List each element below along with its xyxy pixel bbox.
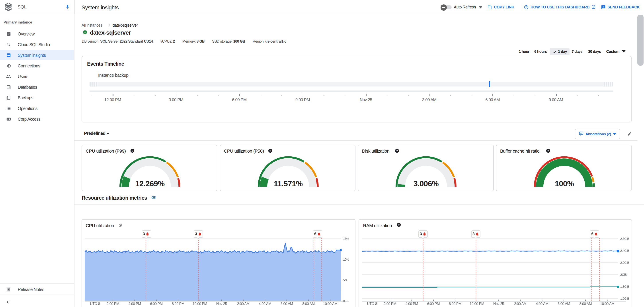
svg-text:2:00 AM: 2:00 AM: [514, 302, 526, 306]
svg-text:8:00 AM: 8:00 AM: [579, 302, 592, 306]
svg-text:8:00 AM: 8:00 AM: [302, 302, 315, 306]
svg-text:6:00 AM: 6:00 AM: [280, 302, 293, 306]
svg-text:4:00 PM: 4:00 PM: [405, 302, 418, 306]
svg-text:6:00 AM: 6:00 AM: [558, 302, 570, 306]
svg-text:1.6GiB: 1.6GiB: [620, 297, 629, 300]
svg-text:2.2GiB: 2.2GiB: [620, 261, 629, 264]
svg-text:8:00 PM: 8:00 PM: [172, 302, 184, 306]
svg-text:100%: 100%: [555, 179, 574, 188]
svg-text:?: ?: [270, 149, 271, 152]
svg-text:1.8GiB: 1.8GiB: [620, 285, 629, 288]
svg-text:2.4GiB: 2.4GiB: [620, 249, 629, 252]
svg-text:5%: 5%: [343, 279, 347, 282]
svg-text:15%: 15%: [343, 237, 349, 240]
svg-text:2.6GiB: 2.6GiB: [620, 237, 629, 240]
svg-text:Nov 25: Nov 25: [216, 302, 227, 306]
svg-text:10:00 AM: 10:00 AM: [323, 302, 337, 306]
svg-text:10:00 AM: 10:00 AM: [600, 302, 614, 306]
svg-text:?: ?: [548, 149, 549, 152]
svg-text:UTC-8: UTC-8: [90, 302, 100, 306]
svg-text:UTC-8: UTC-8: [367, 302, 377, 306]
svg-text:10:00 PM: 10:00 PM: [192, 302, 207, 306]
svg-text:3.006%: 3.006%: [414, 179, 439, 188]
svg-text:10%: 10%: [343, 258, 349, 261]
svg-text:10:00 PM: 10:00 PM: [470, 302, 484, 306]
svg-text:?: ?: [396, 149, 398, 152]
svg-text:0: 0: [343, 299, 345, 303]
svg-text:4:00 AM: 4:00 AM: [259, 302, 271, 306]
svg-text:8:00 PM: 8:00 PM: [449, 302, 462, 306]
svg-text:2:00 PM: 2:00 PM: [384, 302, 396, 306]
svg-text:2GiB: 2GiB: [620, 273, 627, 276]
svg-text:Nov 25: Nov 25: [493, 302, 504, 306]
svg-text:11.571%: 11.571%: [274, 179, 302, 188]
svg-text:2:00 PM: 2:00 PM: [106, 302, 119, 306]
svg-text:6:00 PM: 6:00 PM: [427, 302, 440, 306]
svg-text:4:00 PM: 4:00 PM: [128, 302, 141, 306]
svg-text:12.269%: 12.269%: [135, 179, 164, 188]
svg-text:2:00 AM: 2:00 AM: [237, 302, 250, 306]
svg-text:4:00 AM: 4:00 AM: [536, 302, 548, 306]
svg-text:?: ?: [132, 149, 133, 152]
svg-text:6:00 PM: 6:00 PM: [150, 302, 163, 306]
